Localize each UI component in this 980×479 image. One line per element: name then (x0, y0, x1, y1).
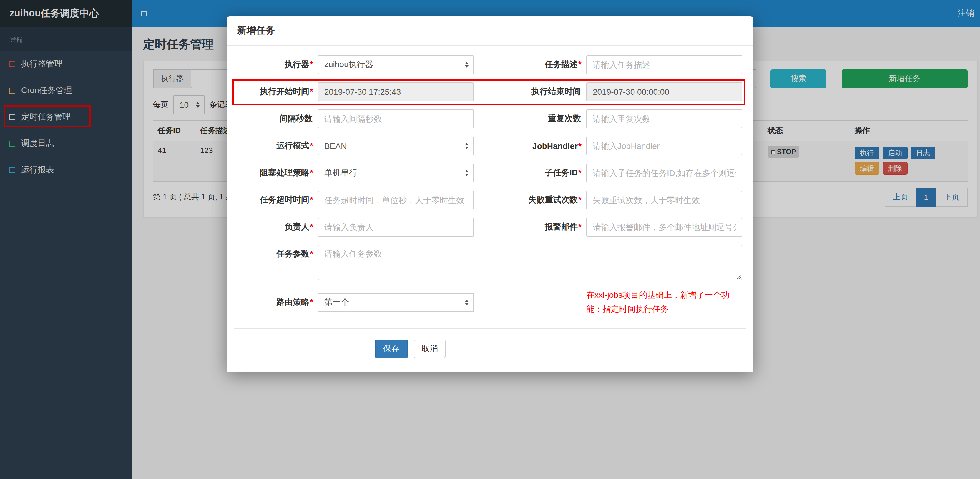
field-label-end-time: 执行结束时间 (479, 86, 582, 97)
author-input[interactable] (318, 218, 474, 237)
required-asterisk: * (578, 222, 582, 231)
field-label-timeout: 任务超时时间* (234, 195, 313, 205)
required-asterisk: * (578, 59, 582, 69)
field-label-block-strategy: 阻塞处理策略* (234, 168, 313, 178)
select-arrows-icon (465, 62, 469, 68)
block-strategy-select[interactable]: 单机串行 (318, 164, 474, 182)
route-strategy-select[interactable]: 第一个 (318, 293, 474, 312)
required-asterisk: * (310, 168, 313, 177)
save-button[interactable]: 保存 (375, 339, 408, 358)
jobhandler-input[interactable] (586, 137, 742, 155)
required-asterisk: * (310, 297, 313, 307)
add-task-form: 执行器* zuihou执行器 任务描述* 执行开始时间* 执行结束时间 间隔秒数… (234, 55, 746, 316)
field-label-executor: 执行器* (234, 59, 313, 70)
selected-value: 第一个 (324, 297, 349, 308)
run-mode-select[interactable]: BEAN (318, 137, 474, 155)
add-task-modal: 新增任务 执行器* zuihou执行器 任务描述* 执行开始时间* 执行结束时间… (227, 16, 753, 372)
required-asterisk: * (578, 141, 582, 151)
modal-header: 新增任务 (227, 16, 753, 46)
interval-seconds-input[interactable] (318, 110, 474, 128)
required-asterisk: * (310, 141, 313, 150)
required-asterisk: * (310, 59, 313, 69)
required-asterisk: * (310, 86, 313, 96)
field-label-route-strategy: 路由策略* (234, 297, 313, 308)
field-label-start-time: 执行开始时间* (234, 86, 313, 97)
select-arrows-icon (465, 170, 469, 176)
select-arrows-icon (465, 299, 469, 306)
field-label-alarm-email: 报警邮件* (479, 222, 582, 232)
start-time-input[interactable] (318, 83, 474, 101)
required-asterisk: * (310, 195, 313, 204)
modal-actions: 保存 取消 (234, 329, 746, 372)
selected-value: BEAN (324, 141, 347, 151)
field-label-child-job: 子任务ID* (479, 168, 582, 178)
required-asterisk: * (578, 168, 582, 177)
field-label-author: 负责人* (234, 222, 313, 232)
selected-value: zuihou执行器 (324, 59, 374, 70)
select-arrows-icon (465, 143, 469, 149)
modal-title: 新增任务 (237, 25, 275, 35)
field-label-task-desc: 任务描述* (479, 59, 582, 70)
required-asterisk: * (578, 195, 582, 204)
required-asterisk: * (310, 222, 313, 231)
field-label-repeat-count: 重复次数 (479, 114, 582, 124)
repeat-count-input[interactable] (586, 110, 742, 128)
field-label-glue-type: 运行模式* (234, 141, 313, 151)
executor-select[interactable]: zuihou执行器 (318, 55, 474, 74)
selected-value: 单机串行 (324, 168, 357, 178)
field-label-fail-retry: 失败重试次数* (479, 195, 582, 205)
feature-note: 在xxl-jobs项目的基础上，新增了一个功能：指定时间执行任务 (586, 288, 742, 316)
modal-body: 执行器* zuihou执行器 任务描述* 执行开始时间* 执行结束时间 间隔秒数… (227, 46, 753, 372)
fail-retry-input[interactable] (586, 191, 742, 210)
field-label-job-param: 任务参数* (234, 245, 313, 259)
end-time-input[interactable] (586, 83, 742, 101)
timeout-input[interactable] (318, 191, 474, 210)
task-desc-input[interactable] (586, 55, 742, 74)
job-param-textarea[interactable] (318, 245, 742, 280)
app-viewport: zuihou任务调度中心 注销 导航 执行器管理 Cron任务管理 定时任务管理… (0, 0, 980, 479)
child-job-id-input[interactable] (586, 164, 742, 182)
alarm-email-input[interactable] (586, 218, 742, 237)
cancel-button[interactable]: 取消 (414, 339, 445, 358)
field-label-jobhandler: JobHandler* (479, 141, 582, 151)
required-asterisk: * (310, 249, 313, 258)
field-label-interval: 间隔秒数 (234, 114, 313, 124)
